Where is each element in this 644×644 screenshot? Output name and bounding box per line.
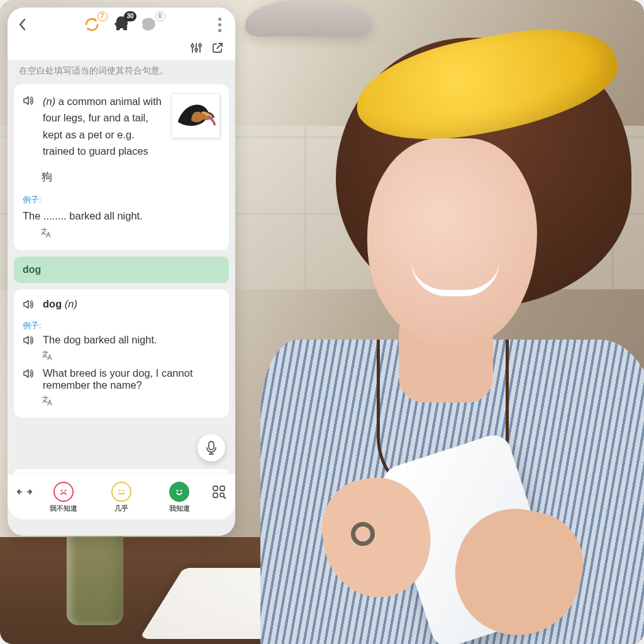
audio-icon[interactable] — [23, 95, 35, 160]
translate-icon[interactable] — [42, 395, 220, 406]
header-stats: 7 30 0 — [81, 14, 160, 35]
instruction-text: 在空白处填写适当的词使其符合句意。 — [8, 60, 235, 84]
mic-area — [8, 418, 235, 468]
translate-icon[interactable] — [40, 227, 52, 238]
rate-dont-know[interactable]: 我不知道 — [45, 482, 82, 513]
back-button[interactable] — [18, 18, 26, 31]
svg-rect-12 — [213, 486, 218, 491]
open-external-icon[interactable] — [211, 42, 224, 54]
translation-cn: 狗 — [42, 170, 220, 184]
svg-rect-13 — [220, 486, 225, 491]
details-card: dog (n) 例子: The dog barked all night. Wh… — [14, 289, 229, 418]
part-of-speech: (n) — [65, 298, 77, 309]
ceiling-lamp — [242, 0, 374, 50]
rating-footer: 我不知道 几乎 我知道 — [8, 474, 235, 519]
word-image — [171, 93, 220, 138]
refresh-badge: 7 — [97, 11, 108, 21]
neutral-face-icon — [111, 482, 131, 502]
happy-face-icon — [169, 482, 189, 502]
head-stat[interactable]: 30 — [110, 14, 131, 35]
brain-badge: 0 — [155, 11, 165, 21]
part-of-speech: (n) — [43, 96, 55, 107]
audio-icon[interactable] — [23, 335, 35, 346]
word-heading: dog (n) — [43, 298, 77, 310]
svg-point-1 — [195, 48, 197, 51]
rate-label: 几乎 — [114, 504, 128, 513]
refresh-stat[interactable]: 7 — [81, 14, 103, 35]
head-badge: 30 — [124, 11, 136, 21]
example-1: The dog barked all night. — [43, 334, 157, 346]
example-sentence: The ........ barked all night. — [23, 208, 220, 224]
app-screen: 7 30 0 在空白处填写适当的词使其符合句意。 (n — [8, 8, 235, 536]
microphone-button[interactable] — [197, 434, 225, 462]
settings-sliders-icon[interactable] — [190, 42, 203, 54]
app-header: 7 30 0 — [8, 8, 235, 42]
grid-search-icon[interactable] — [211, 484, 226, 499]
sub-toolbar — [8, 42, 235, 60]
rate-almost[interactable]: 几乎 — [103, 482, 140, 513]
svg-point-8 — [119, 491, 120, 491]
svg-point-0 — [191, 45, 194, 47]
svg-point-6 — [62, 491, 62, 491]
card-peek — [14, 469, 229, 474]
more-menu-button[interactable] — [214, 15, 225, 35]
example-label: 例子: — [23, 194, 220, 206]
answer-bar: dog — [14, 257, 229, 283]
example-2: What breed is your dog, I cannot remembe… — [43, 367, 220, 391]
svg-point-7 — [65, 491, 66, 491]
svg-rect-5 — [209, 441, 214, 450]
rate-label: 我不知道 — [50, 504, 77, 513]
brain-stat[interactable]: 0 — [139, 14, 160, 35]
svg-point-9 — [123, 491, 124, 491]
rate-know[interactable]: 我知道 — [161, 482, 197, 513]
svg-point-11 — [181, 491, 182, 491]
example-label: 例子: — [23, 320, 220, 331]
svg-point-15 — [220, 493, 224, 497]
translate-icon[interactable] — [42, 350, 220, 361]
definition-text: (n) a common animal with four legs, fur … — [43, 93, 164, 160]
audio-icon[interactable] — [23, 368, 35, 379]
definition: a common animal with four legs, fur and … — [43, 96, 162, 157]
rate-label: 我知道 — [169, 504, 190, 513]
word: dog — [43, 298, 62, 309]
svg-point-10 — [177, 491, 178, 491]
person-with-phone — [216, 44, 644, 610]
svg-point-2 — [199, 44, 201, 47]
sad-face-icon — [53, 482, 74, 502]
answer-word: dog — [23, 264, 41, 275]
swap-arrows-icon[interactable] — [16, 487, 33, 497]
audio-icon[interactable] — [23, 299, 35, 310]
question-card: (n) a common animal with four legs, fur … — [14, 84, 229, 250]
svg-rect-14 — [213, 493, 218, 497]
